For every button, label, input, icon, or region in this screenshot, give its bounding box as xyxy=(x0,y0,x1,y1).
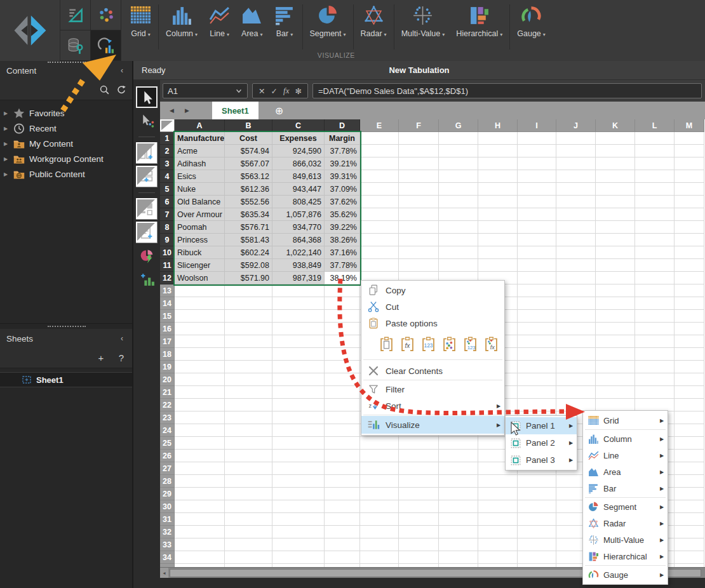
grid-cell[interactable]: Adihash xyxy=(175,157,225,170)
grid-cell[interactable] xyxy=(175,411,225,424)
grid-cell[interactable] xyxy=(478,538,518,551)
grid-cell[interactable]: 39.21% xyxy=(325,157,360,170)
menu-item-cut[interactable]: Cut xyxy=(361,298,504,315)
grid-cell[interactable] xyxy=(325,361,360,373)
grid-cell[interactable] xyxy=(175,284,225,297)
grid-cell[interactable] xyxy=(272,500,325,513)
sheet-list-item[interactable]: Sheet1 xyxy=(0,372,132,387)
grid-cell[interactable] xyxy=(225,475,272,488)
grid-cell[interactable] xyxy=(360,196,399,208)
grid-cell[interactable] xyxy=(439,196,478,208)
grid-cell[interactable] xyxy=(675,526,704,538)
grid-cell[interactable] xyxy=(439,259,478,272)
grid-cell[interactable] xyxy=(675,488,704,500)
grid-cell[interactable] xyxy=(478,526,518,538)
grid-cell[interactable] xyxy=(439,564,478,567)
grid-cell[interactable]: 37.78% xyxy=(325,259,360,272)
grid-cell[interactable]: $612.36 xyxy=(225,183,272,196)
grid-cell[interactable] xyxy=(175,323,225,335)
grid-cell[interactable] xyxy=(635,145,675,157)
grid-cell[interactable] xyxy=(325,386,360,399)
row-header[interactable]: 1 xyxy=(160,132,175,145)
grid-cell[interactable] xyxy=(175,564,225,567)
grid-cell[interactable] xyxy=(635,183,675,196)
grid-cell[interactable] xyxy=(596,234,635,246)
grid-cell[interactable] xyxy=(675,411,704,424)
grid-cell[interactable] xyxy=(399,157,439,170)
grid-cell[interactable]: Nuke xyxy=(175,183,225,196)
insert-column-button[interactable] xyxy=(136,142,158,164)
paste-plain-icon[interactable] xyxy=(378,336,395,353)
row-header[interactable]: 2 xyxy=(160,145,175,157)
grid-cell[interactable] xyxy=(272,538,325,551)
grid-cell[interactable] xyxy=(518,157,556,170)
grid-cell[interactable] xyxy=(675,157,704,170)
grid-cell[interactable] xyxy=(556,145,596,157)
menu-item-line[interactable]: Line▶ xyxy=(583,447,668,464)
row-header[interactable]: 10 xyxy=(160,246,175,259)
grid-cell[interactable] xyxy=(596,361,635,373)
grid-cell[interactable] xyxy=(325,335,360,348)
grid-cell[interactable] xyxy=(225,348,272,361)
grid-cell[interactable] xyxy=(399,170,439,183)
grid-cell[interactable] xyxy=(675,424,704,437)
grid-cell[interactable] xyxy=(518,551,556,564)
grid-cell[interactable] xyxy=(518,513,556,526)
grid-cell[interactable]: Woolson xyxy=(175,272,225,284)
grid-cell[interactable] xyxy=(175,437,225,450)
grid-cell[interactable]: Over Armour xyxy=(175,208,225,221)
grid-cell[interactable] xyxy=(478,208,518,221)
collapse-content-panel-button[interactable]: ‹ xyxy=(121,66,123,75)
sidebar-item-my-content[interactable]: ▶My Content xyxy=(0,136,132,151)
grid-cell[interactable] xyxy=(325,526,360,538)
grid-cell[interactable] xyxy=(439,246,478,259)
grid-cell[interactable] xyxy=(225,488,272,500)
grid-cell[interactable] xyxy=(556,170,596,183)
grid-cell[interactable] xyxy=(478,488,518,500)
grid-cell[interactable] xyxy=(596,297,635,310)
grid-cell[interactable] xyxy=(635,259,675,272)
grid-cell[interactable] xyxy=(360,157,399,170)
grid-cell[interactable] xyxy=(225,462,272,475)
grid-cell[interactable] xyxy=(439,500,478,513)
grid-cell[interactable] xyxy=(675,272,704,284)
select-tool-button[interactable] xyxy=(136,86,158,108)
active-cell[interactable]: 38.19% xyxy=(325,272,360,284)
grid-cell[interactable] xyxy=(478,183,518,196)
grid-cell[interactable] xyxy=(556,132,596,145)
grid-cell[interactable] xyxy=(175,551,225,564)
grid-cell[interactable] xyxy=(675,132,704,145)
grid-cell[interactable] xyxy=(272,424,325,437)
grid-cell[interactable] xyxy=(325,475,360,488)
grid-cell[interactable] xyxy=(635,335,675,348)
menu-item-panel-3[interactable]: Panel 3▶ xyxy=(506,451,577,469)
grid-cell[interactable] xyxy=(325,323,360,335)
grid-cell[interactable] xyxy=(635,272,675,284)
grid-cell[interactable]: Poomah xyxy=(175,221,225,234)
grid-cell[interactable] xyxy=(399,208,439,221)
grid-cell[interactable] xyxy=(596,310,635,323)
grid-cell[interactable] xyxy=(360,526,399,538)
grid-cell[interactable] xyxy=(478,196,518,208)
grid-cell[interactable] xyxy=(596,373,635,386)
grid-cell[interactable] xyxy=(518,234,556,246)
grid-cell[interactable] xyxy=(175,475,225,488)
grid-cell[interactable] xyxy=(675,145,704,157)
grid-cell[interactable] xyxy=(225,411,272,424)
sidebar-item-workgroup-content[interactable]: ▶Workgroup Content xyxy=(0,151,132,166)
grid-cell[interactable] xyxy=(175,500,225,513)
grid-cell[interactable] xyxy=(596,183,635,196)
select-all-corner[interactable] xyxy=(160,119,175,132)
grid-cell[interactable] xyxy=(399,526,439,538)
grid-cell[interactable] xyxy=(596,208,635,221)
grid-cell[interactable]: Old Balance xyxy=(175,196,225,208)
grid-cell[interactable] xyxy=(399,145,439,157)
grid-cell[interactable] xyxy=(225,450,272,462)
grid-cell[interactable] xyxy=(518,196,556,208)
row-header[interactable]: 30 xyxy=(160,500,175,513)
grid-cell[interactable] xyxy=(675,564,704,567)
grid-cell[interactable] xyxy=(635,323,675,335)
grid-cell[interactable] xyxy=(272,450,325,462)
grid-cell[interactable] xyxy=(225,526,272,538)
grid-cell[interactable] xyxy=(399,475,439,488)
